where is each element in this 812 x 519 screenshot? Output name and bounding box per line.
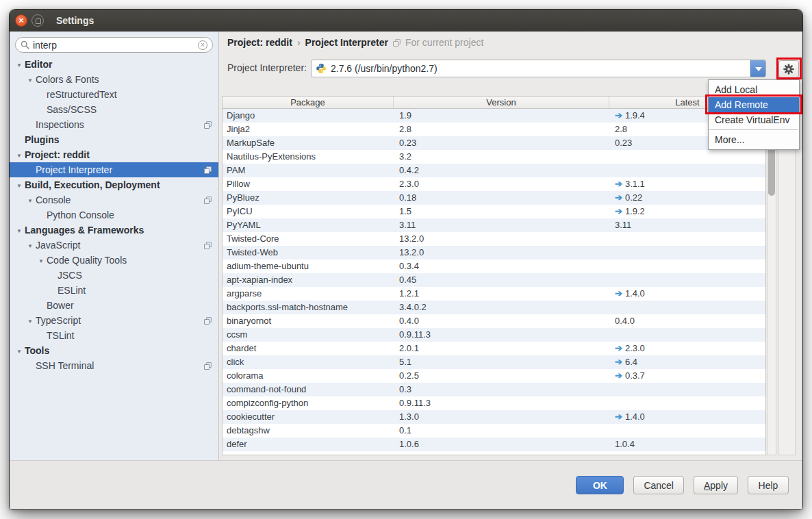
table-row[interactable]: binaryornot0.4.00.4.0	[223, 314, 765, 328]
column-header-version[interactable]: Version	[394, 97, 609, 108]
package-latest	[609, 273, 765, 287]
package-name: cookiecutter	[223, 410, 394, 424]
package-version: 2.3.0	[394, 177, 609, 191]
chevron-down-icon[interactable]: ▼	[25, 194, 36, 209]
table-row[interactable]: defer1.0.61.0.4	[223, 438, 765, 451]
chevron-down-icon[interactable]: ▼	[14, 224, 25, 239]
table-row[interactable]: Jinja22.82.8	[223, 123, 765, 136]
sidebar-item-build-execution-deployment[interactable]: ▼Build, Execution, Deployment	[10, 177, 218, 192]
sidebar-item-typescript[interactable]: ▼TypeScript	[10, 313, 218, 328]
table-row[interactable]: PyBluez0.18➔0.22	[223, 191, 765, 205]
chevron-down-icon[interactable]: ▼	[14, 179, 25, 194]
ok-button[interactable]: OK	[576, 476, 624, 494]
interpreter-combobox[interactable]: 2.7.6 (/usr/bin/python2.7)	[311, 60, 766, 77]
table-row[interactable]: ccsm0.9.11.3	[223, 328, 765, 342]
apply-button[interactable]: Apply	[694, 476, 738, 494]
help-button[interactable]: Help	[748, 476, 789, 494]
table-row[interactable]: command-not-found0.3	[223, 383, 765, 396]
table-row[interactable]: Pillow2.3.0➔3.1.1	[223, 177, 765, 191]
package-version: 1.0.6	[394, 438, 609, 451]
table-row[interactable]: MarkupSafe0.230.23	[223, 136, 765, 150]
clear-search-icon[interactable]: ×	[198, 40, 207, 50]
sidebar-item-code-quality-tools[interactable]: ▼Code Quality Tools	[10, 253, 218, 268]
table-row[interactable]: backports.ssl-match-hostname3.4.0.2	[223, 301, 765, 314]
sidebar-item-label: JSCS	[58, 270, 82, 281]
chevron-down-icon[interactable]: ▼	[25, 314, 36, 329]
upgrade-arrow-icon: ➔	[615, 343, 622, 353]
package-table: PackageVersionLatest Django1.9➔1.9.4Jinj…	[222, 96, 766, 455]
sidebar-item-project-interpreter[interactable]: Project Interpreter	[10, 162, 218, 177]
sidebar-item-editor[interactable]: ▼Editor	[10, 57, 218, 72]
chevron-down-icon[interactable]: ▼	[14, 344, 25, 359]
sidebar-item-javascript[interactable]: ▼JavaScript	[10, 238, 218, 253]
column-header-package[interactable]: Package	[223, 97, 394, 108]
menu-item-more[interactable]: More...	[709, 132, 799, 147]
sidebar-item-project-reddit[interactable]: ▼Project: reddit	[10, 147, 218, 162]
table-row[interactable]: adium-theme-ubuntu0.3.4	[223, 260, 765, 273]
table-row[interactable]: PyYAML3.113.11	[223, 218, 765, 232]
sidebar-item-bower[interactable]: Bower	[10, 298, 218, 313]
shared-settings-icon	[204, 242, 212, 249]
menu-item-add-remote[interactable]: Add Remote	[709, 97, 799, 112]
combobox-dropdown-arrow[interactable]	[750, 60, 765, 77]
chevron-down-icon[interactable]: ▼	[36, 254, 47, 269]
desktop-background: Settings interp × ▼Editor▼Colors & Fonts…	[0, 0, 812, 519]
sidebar-item-tslint[interactable]: TSLint	[10, 328, 218, 343]
chevron-down-icon[interactable]: ▼	[25, 239, 36, 254]
sidebar-item-label: Sass/SCSS	[47, 104, 97, 115]
sidebar-item-sass-scss[interactable]: Sass/SCSS	[10, 102, 218, 117]
table-row[interactable]: PyICU1.5➔1.9.2	[223, 205, 765, 218]
table-row[interactable]: PAM0.4.2	[223, 164, 765, 177]
package-version: 13.2.0	[394, 246, 609, 260]
sidebar-item-python-console[interactable]: Python Console	[10, 207, 218, 223]
table-row[interactable]: click5.1➔6.4	[223, 355, 765, 369]
package-version: 0.9.11.3	[394, 328, 609, 342]
upgrade-arrow-icon: ➔	[615, 192, 622, 203]
package-name: MarkupSafe	[223, 136, 394, 150]
sidebar-item-plugins[interactable]: Plugins	[10, 132, 218, 147]
chevron-down-icon[interactable]: ▼	[14, 149, 25, 164]
package-latest	[609, 150, 765, 164]
table-row[interactable]: apt-xapian-index0.45	[223, 273, 765, 287]
table-row[interactable]: debtagshw0.1	[223, 424, 765, 438]
package-latest	[609, 301, 765, 314]
table-row[interactable]: cookiecutter1.3.0➔1.4.0	[223, 410, 765, 424]
window-close-button[interactable]	[15, 14, 27, 27]
window-maximize-button[interactable]	[31, 14, 44, 27]
package-version: 2.8	[394, 123, 609, 136]
table-row[interactable]: compizconfig-python0.9.11.3	[223, 396, 765, 410]
table-row[interactable]: argparse1.2.1➔1.4.0	[223, 287, 765, 301]
table-row[interactable]: dirspec13.1013.08	[223, 451, 765, 455]
sidebar-item-tools[interactable]: ▼Tools	[10, 343, 218, 358]
package-version: 3.11	[394, 218, 609, 232]
sidebar-item-ssh-terminal[interactable]: SSH Terminal	[10, 358, 218, 373]
table-row[interactable]: colorama0.2.5➔0.3.7	[223, 369, 765, 383]
table-row[interactable]: Nautilus-PyExtensions3.2	[223, 150, 765, 164]
package-version: 13.10	[394, 451, 609, 455]
chevron-down-icon[interactable]: ▼	[25, 73, 36, 88]
sidebar-item-eslint[interactable]: ESLint	[10, 283, 218, 298]
sidebar-item-inspections[interactable]: Inspections	[10, 117, 218, 132]
settings-window: Settings interp × ▼Editor▼Colors & Fonts…	[10, 10, 802, 509]
table-row[interactable]: chardet2.0.1➔2.3.0	[223, 342, 765, 355]
sidebar-item-jscs[interactable]: JSCS	[10, 268, 218, 283]
package-name: PyBluez	[223, 191, 394, 205]
package-latest: 1.0.4	[609, 438, 765, 451]
table-row[interactable]: Twisted-Web13.2.0	[223, 246, 765, 260]
package-name: Pillow	[223, 177, 394, 191]
sidebar-item-label: Editor	[25, 59, 52, 70]
sidebar-item-restructuredtext[interactable]: reStructuredText	[10, 87, 218, 102]
chevron-down-icon[interactable]: ▼	[14, 58, 25, 73]
interpreter-gear-button[interactable]	[778, 60, 799, 78]
table-row[interactable]: Django1.9➔1.9.4	[223, 109, 765, 123]
cancel-button[interactable]: Cancel	[633, 476, 684, 494]
menu-item-add-local[interactable]: Add Local	[709, 82, 799, 97]
table-row[interactable]: Twisted-Core13.2.0	[223, 232, 765, 246]
menu-item-create-virtualenv[interactable]: Create VirtualEnv	[709, 112, 799, 127]
sidebar-item-colors-fonts[interactable]: ▼Colors & Fonts	[10, 72, 218, 87]
settings-search-input[interactable]: interp ×	[15, 37, 213, 53]
sidebar-item-languages-frameworks[interactable]: ▼Languages & Frameworks	[10, 223, 218, 238]
package-name: Nautilus-PyExtensions	[223, 150, 394, 164]
package-name: apt-xapian-index	[223, 273, 394, 287]
sidebar-item-console[interactable]: ▼Console	[10, 192, 218, 207]
